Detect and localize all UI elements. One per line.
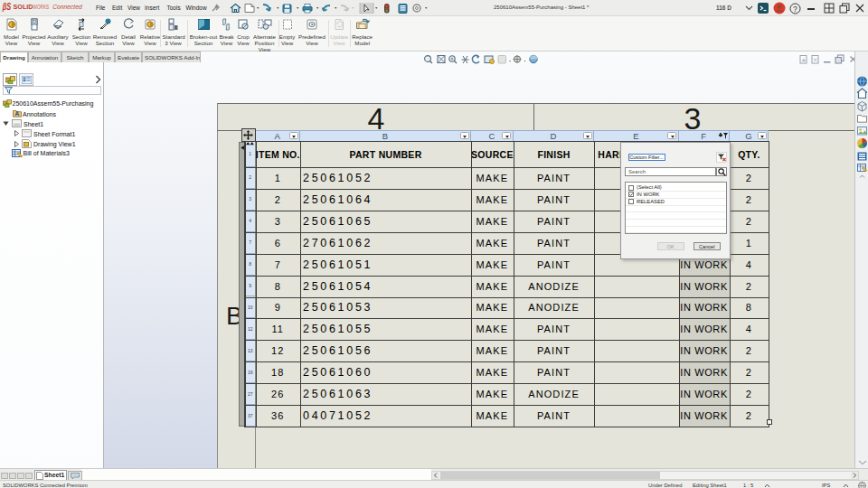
svg-text:WORKS: WORKS xyxy=(33,3,50,11)
svg-text:SOLID: SOLID xyxy=(14,3,34,11)
svg-text:A: A xyxy=(15,110,20,117)
svg-text:βS: βS xyxy=(2,2,11,12)
svg-text:Connected: Connected xyxy=(52,3,82,11)
svg-text:?: ? xyxy=(793,4,797,13)
